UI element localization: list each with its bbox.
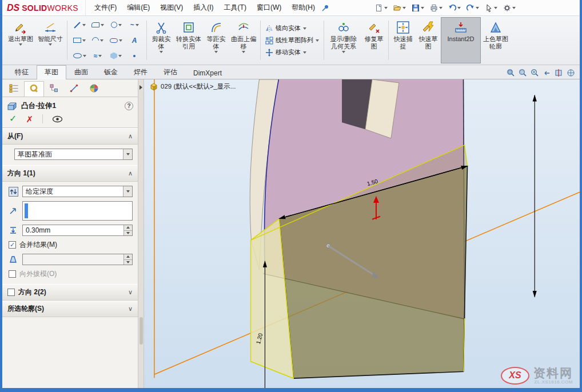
- splitter-thumb[interactable]: [139, 317, 143, 345]
- sketch-line-tool[interactable]: [70, 18, 89, 33]
- rectangle-icon: [73, 38, 81, 43]
- menu-view[interactable]: 视图(V): [155, 0, 188, 15]
- tab-features[interactable]: 特征: [7, 65, 37, 79]
- combo-dropdown-icon[interactable]: [123, 149, 132, 159]
- shaded-contours-button[interactable]: 上色草图轮廓: [481, 17, 511, 63]
- tab-surfaces[interactable]: 曲面: [66, 65, 96, 79]
- ok-button[interactable]: ✓: [9, 114, 17, 123]
- from-section-header[interactable]: 从(F) ∧: [2, 128, 138, 145]
- spin-up-button[interactable]: [124, 225, 132, 230]
- undo-button[interactable]: [446, 2, 463, 14]
- merge-result-checkbox[interactable]: ✓: [9, 241, 16, 249]
- start-condition-combobox[interactable]: 草图基准面: [14, 149, 133, 160]
- text-tool[interactable]: A: [125, 33, 143, 48]
- 3d-scene-canvas[interactable]: 1.50 1.20: [144, 79, 580, 388]
- graphics-viewport[interactable]: 1.50 1.20 029 (默认<<默认>_显示... XS: [144, 79, 580, 388]
- circle-tool[interactable]: [107, 18, 125, 33]
- quick-snaps-button[interactable]: 快速捕捉: [390, 17, 416, 63]
- display-delete-relations-button[interactable]: 显示/删除几何关系: [326, 17, 361, 63]
- displaymanager-tab[interactable]: [84, 81, 104, 97]
- part-tree-label[interactable]: 029 (默认<<默认>_显示...: [161, 82, 236, 91]
- point-tool[interactable]: [125, 49, 143, 63]
- ellipse-tool[interactable]: [70, 49, 89, 63]
- polygon-tool[interactable]: [107, 49, 125, 63]
- menu-insert[interactable]: 插入(I): [188, 0, 218, 15]
- flyout-feature-tree[interactable]: 029 (默认<<默认>_显示...: [150, 82, 236, 91]
- conic-tool[interactable]: ≈: [89, 49, 107, 63]
- arc-tool[interactable]: [89, 33, 107, 48]
- mirror-entities-button[interactable]: 镜向实体: [265, 24, 319, 33]
- convert-entities-button[interactable]: 转换实体引用: [174, 17, 204, 63]
- combo-dropdown-icon[interactable]: [123, 186, 132, 197]
- tab-evaluate[interactable]: 评估: [156, 65, 185, 79]
- save-button[interactable]: [409, 2, 426, 14]
- direction2-checkbox[interactable]: [7, 289, 15, 296]
- rapid-sketch-button[interactable]: 快速草图: [416, 17, 441, 63]
- preview-eye-button[interactable]: [52, 115, 63, 123]
- propertymanager-tab[interactable]: [24, 81, 44, 97]
- featuremanager-tab[interactable]: [4, 81, 24, 97]
- line-icon: [74, 22, 80, 28]
- direction-reference-listbox[interactable]: [22, 201, 133, 221]
- direction-reference-icon: [7, 206, 19, 215]
- open-folder-icon: [393, 4, 401, 12]
- draft-angle-input[interactable]: [22, 254, 133, 265]
- repair-sketch-button[interactable]: 修复草图: [361, 17, 386, 63]
- rectangle-tool[interactable]: [70, 33, 89, 48]
- section-view-icon[interactable]: [555, 69, 563, 77]
- zoom-in-out-icon[interactable]: [531, 69, 539, 77]
- print-button[interactable]: [428, 2, 445, 14]
- open-button[interactable]: [391, 2, 408, 14]
- spline-tool[interactable]: ~: [125, 18, 143, 33]
- instant2d-button[interactable]: Instant2D: [441, 17, 481, 63]
- panel-splitter[interactable]: [138, 79, 144, 388]
- menu-edit[interactable]: 编辑(E): [122, 0, 155, 15]
- trim-entities-button[interactable]: 剪裁实体: [149, 17, 174, 63]
- tab-dimxpert[interactable]: DimXpert: [185, 67, 230, 79]
- direction2-section-header[interactable]: 方向 2(2) ∨: [2, 284, 138, 301]
- draft-outward-checkbox[interactable]: [9, 270, 16, 278]
- reverse-direction-button[interactable]: [7, 187, 19, 197]
- offset-entities-button[interactable]: 等距实体: [204, 17, 229, 63]
- pin-menu-icon[interactable]: [321, 4, 329, 12]
- spin-down-button[interactable]: [124, 230, 132, 236]
- main-area: 凸台-拉伸1 ? ✓ ✗ 从(F) ∧ 草图基准面: [2, 79, 580, 388]
- previous-view-icon[interactable]: [543, 69, 551, 77]
- display-style-icon[interactable]: [567, 69, 575, 77]
- move-entities-button[interactable]: 移动实体: [265, 48, 319, 57]
- direction1-section-header[interactable]: 方向 1(1) ∧: [2, 165, 138, 182]
- help-icon[interactable]: ?: [125, 102, 133, 110]
- new-document-button[interactable]: [373, 2, 390, 14]
- menu-help[interactable]: 帮助(H): [286, 0, 320, 15]
- surface-offset-button[interactable]: 曲面上偏移: [229, 17, 258, 63]
- dimxpertmanager-tab[interactable]: [64, 81, 84, 97]
- depth-input[interactable]: 0.30mm: [22, 225, 133, 236]
- redo-button[interactable]: [464, 2, 481, 14]
- command-manager-ribbon: 退出草图 智能尺寸 ~ A ≈ 剪裁实体 转换实体引用: [2, 16, 580, 65]
- menu-tools[interactable]: 工具(T): [219, 0, 252, 15]
- zoom-area-icon[interactable]: [519, 69, 527, 77]
- slot-tool[interactable]: [107, 33, 125, 48]
- polygon-icon: [110, 53, 117, 59]
- select-button[interactable]: [483, 2, 500, 14]
- menu-file[interactable]: 文件(F): [89, 0, 122, 15]
- zoom-fit-icon[interactable]: [507, 69, 515, 77]
- trim-entities-icon: [154, 20, 168, 35]
- options-button[interactable]: [501, 2, 518, 14]
- tab-sketch[interactable]: 草图: [37, 65, 66, 79]
- spin-up-button[interactable]: [124, 254, 132, 259]
- property-manager-icon: [29, 83, 39, 93]
- exit-sketch-button[interactable]: 退出草图: [6, 17, 35, 63]
- collapse-panel-icon[interactable]: [139, 85, 142, 90]
- spin-down-button[interactable]: [124, 259, 132, 265]
- selected-contours-section-header[interactable]: 所选轮廓(S) ∨: [2, 301, 138, 317]
- tab-sheet-metal[interactable]: 钣金: [96, 65, 126, 79]
- menu-window[interactable]: 窗口(W): [252, 0, 286, 15]
- linear-pattern-button[interactable]: 线性草图阵列: [265, 36, 319, 45]
- tab-weldments[interactable]: 焊件: [126, 65, 156, 79]
- corner-rectangle-tool[interactable]: [89, 18, 107, 33]
- smart-dimension-button[interactable]: 智能尺寸: [35, 17, 65, 63]
- end-condition-combobox[interactable]: 给定深度: [22, 186, 133, 197]
- cancel-button[interactable]: ✗: [26, 115, 33, 123]
- configurationmanager-tab[interactable]: [44, 81, 64, 97]
